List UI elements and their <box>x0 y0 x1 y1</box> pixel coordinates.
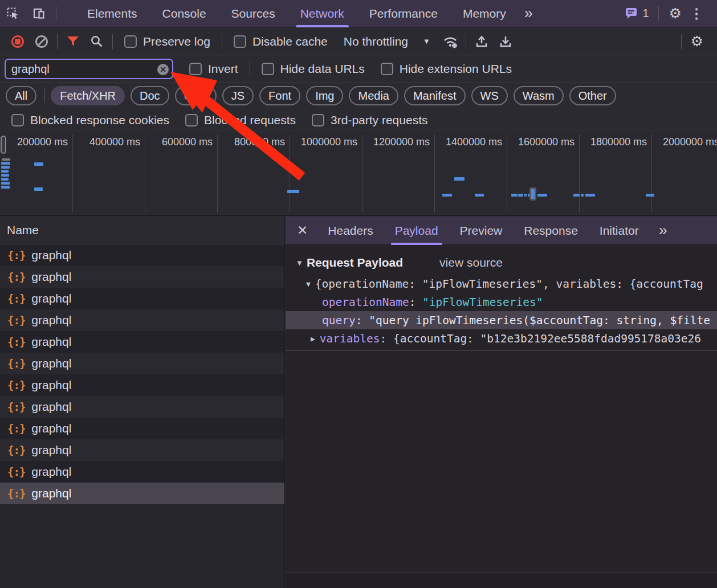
preserve-log-toggle[interactable]: Preserve log <box>124 35 210 48</box>
filter-input[interactable] <box>6 60 172 78</box>
main-tab[interactable]: Network <box>288 0 357 27</box>
chip[interactable]: Manifest <box>404 86 466 105</box>
waterfall-bar <box>1 166 10 169</box>
timeline-tick-label: 1200000 ms <box>373 136 430 148</box>
inspect-element-button[interactable] <box>0 0 26 27</box>
chip[interactable]: Wasm <box>514 86 564 105</box>
request-rows: {:} graphql {:} graphql {:} graphql {:} … <box>0 244 284 504</box>
detail-tab[interactable]: Preview <box>449 217 514 245</box>
disable-cache-checkbox[interactable] <box>234 35 246 48</box>
chip[interactable]: Img <box>306 86 343 105</box>
waterfall-bar <box>537 194 547 197</box>
request-row[interactable]: {:} graphql <box>0 309 284 331</box>
fetch-xhr-braces-icon: {:} <box>7 401 25 413</box>
main-tab[interactable]: Sources <box>219 0 288 27</box>
filter-toggle-button[interactable] <box>61 30 85 53</box>
request-payload-section-header[interactable]: ▼ Request Payload view source <box>286 251 717 275</box>
request-row[interactable]: {:} graphql <box>0 374 284 396</box>
request-row[interactable]: {:} graphql <box>0 396 284 418</box>
variables-row[interactable]: ▶ variables: {accountTag: "b12e3b2192ee5… <box>286 329 717 348</box>
request-payload-title: Request Payload <box>307 256 403 270</box>
main-tab[interactable]: Performance <box>357 0 450 27</box>
network-conditions-button[interactable] <box>438 30 462 53</box>
request-row[interactable]: {:} graphql <box>0 331 284 353</box>
chip[interactable]: Font <box>259 86 300 105</box>
request-row[interactable]: {:} graphql <box>0 483 284 504</box>
main-tab[interactable]: Elements <box>75 0 150 27</box>
blocked-requests-checkbox[interactable] <box>185 114 198 126</box>
request-row[interactable]: {:} graphql <box>0 439 284 461</box>
chip[interactable]: WS <box>471 86 508 105</box>
request-name: graphql <box>31 443 71 457</box>
name-column-header[interactable]: Name <box>0 217 284 244</box>
hide-extension-urls-checkbox[interactable] <box>381 63 393 75</box>
blocked-response-cookies-checkbox[interactable] <box>11 114 24 126</box>
detail-tab[interactable]: Initiator <box>589 217 650 245</box>
hide-data-urls-label: Hide data URLs <box>280 62 365 76</box>
request-row[interactable]: {:} graphql <box>0 353 284 374</box>
view-source-link[interactable]: view source <box>439 256 503 270</box>
hide-data-urls-toggle[interactable]: Hide data URLs <box>262 62 365 76</box>
import-har-button[interactable] <box>470 30 494 53</box>
blocked-requests-toggle[interactable]: Blocked requests <box>185 113 296 127</box>
chip[interactable]: JS <box>222 86 254 105</box>
detail-tab[interactable]: Response <box>513 217 589 245</box>
close-details-icon[interactable]: ✕ <box>286 223 317 238</box>
detail-tab[interactable]: Payload <box>384 217 449 245</box>
request-row[interactable]: {:} graphql <box>0 244 284 266</box>
issues-message-icon[interactable] <box>625 7 639 21</box>
waterfall-bar <box>1 182 10 185</box>
third-party-requests-label: 3rd-party requests <box>331 113 427 127</box>
invert-toggle[interactable]: Invert <box>189 62 238 76</box>
network-settings-gear-icon[interactable]: ⚙ <box>691 34 703 48</box>
timeline-tick-label: 1000000 ms <box>301 136 357 148</box>
hide-data-urls-checkbox[interactable] <box>262 63 274 75</box>
search-icon <box>90 35 104 48</box>
settings-gear-icon[interactable]: ⚙ <box>669 6 682 21</box>
chip[interactable]: Media <box>349 86 398 105</box>
waterfall-bar <box>524 194 527 197</box>
record-network-log-button[interactable] <box>6 30 30 53</box>
search-network-button[interactable] <box>85 30 109 53</box>
request-name: graphql <box>31 400 71 414</box>
chip-label: All <box>15 89 27 103</box>
request-row[interactable]: {:} graphql <box>0 288 284 309</box>
disable-cache-toggle[interactable]: Disable cache <box>234 35 328 48</box>
detail-tab[interactable]: Headers <box>317 217 384 245</box>
chip-all[interactable]: All <box>6 86 36 105</box>
main-tab[interactable]: Console <box>150 0 219 27</box>
timeline-gridline <box>290 134 290 213</box>
devtools-tab-bar: Elements Console Sources Network Perform… <box>0 0 717 27</box>
third-party-requests-checkbox[interactable] <box>312 114 324 126</box>
clear-network-log-button[interactable] <box>30 30 54 53</box>
blocked-response-cookies-toggle[interactable]: Blocked response cookies <box>11 113 169 127</box>
third-party-requests-toggle[interactable]: 3rd-party requests <box>312 113 427 127</box>
device-toolbar-button[interactable] <box>26 0 52 27</box>
request-row[interactable]: {:} graphql <box>0 461 284 483</box>
network-overview-timeline[interactable]: 200000 ms400000 ms600000 ms800000 ms1000… <box>0 132 717 216</box>
preserve-log-checkbox[interactable] <box>124 35 137 48</box>
request-row[interactable]: {:} graphql <box>0 266 284 288</box>
main-tab[interactable]: Memory <box>450 0 519 27</box>
hide-extension-urls-toggle[interactable]: Hide extension URLs <box>381 62 512 76</box>
payload-summary-row[interactable]: ▼ {operationName: "ipFlowTimeseries", va… <box>286 275 717 293</box>
request-row[interactable]: {:} graphql <box>0 418 284 439</box>
chip[interactable]: CSS <box>175 86 217 105</box>
clear-filter-icon[interactable]: ✕ <box>157 64 169 75</box>
operation-name-row[interactable]: operationName: "ipFlowTimeseries" <box>286 293 717 311</box>
query-row[interactable]: query: "query ipFlowTimeseries($accountT… <box>286 311 717 329</box>
throttling-select[interactable]: No throttling ▼ <box>344 35 430 48</box>
more-tabs-button[interactable]: » <box>519 6 539 21</box>
more-detail-tabs-button[interactable]: » <box>653 223 673 238</box>
inspect-cursor-icon <box>6 7 20 21</box>
funnel-filter-icon <box>67 36 79 47</box>
export-har-button[interactable] <box>494 30 518 53</box>
kebab-menu-icon[interactable]: ⋮ <box>682 6 711 22</box>
chip[interactable]: Doc <box>131 86 169 105</box>
divider <box>681 34 682 49</box>
chip[interactable]: Other <box>569 86 616 105</box>
fetch-xhr-braces-icon: {:} <box>7 379 25 391</box>
chip[interactable]: Fetch/XHR <box>51 86 125 105</box>
invert-checkbox[interactable] <box>189 63 202 75</box>
timeline-handle[interactable] <box>1 136 6 154</box>
